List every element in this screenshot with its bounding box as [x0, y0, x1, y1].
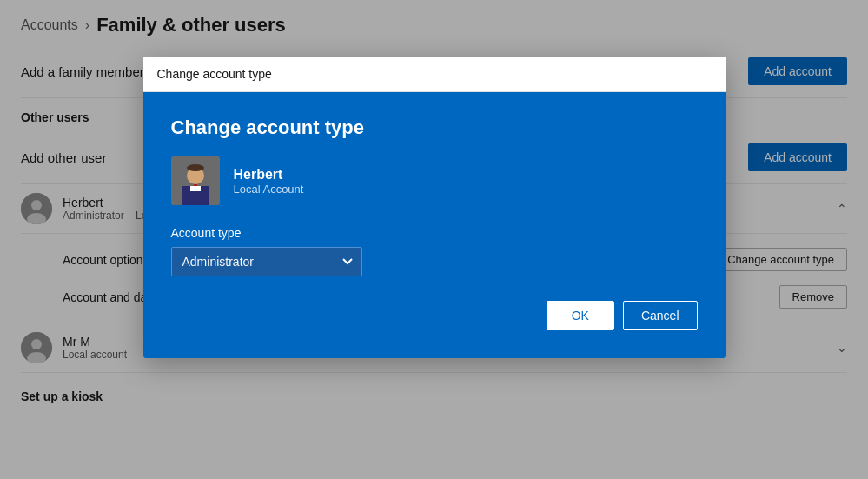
dialog-footer: OK Cancel — [171, 301, 698, 330]
dialog-user-info: Herbert Local Account — [171, 156, 698, 205]
account-type-select[interactable]: Administrator Standard User — [171, 247, 362, 276]
svg-point-11 — [187, 164, 204, 171]
account-type-label: Account type — [171, 226, 698, 240]
dialog-avatar — [171, 156, 220, 205]
dialog-user-type: Local Account — [234, 183, 304, 196]
dialog-body: Change account type — [143, 92, 726, 358]
cancel-button[interactable]: Cancel — [623, 301, 698, 330]
change-account-type-dialog: Change account type Change account type — [143, 57, 726, 358]
ok-button[interactable]: OK — [547, 301, 614, 330]
dialog-user-name: Herbert — [234, 167, 304, 183]
svg-rect-9 — [190, 186, 201, 191]
dialog-titlebar-text: Change account type — [157, 67, 272, 81]
dialog-overlay: Change account type Change account type — [0, 0, 868, 479]
account-type-select-wrapper: Administrator Standard User — [171, 247, 362, 276]
dialog-title: Change account type — [171, 116, 698, 139]
dialog-titlebar: Change account type — [143, 57, 726, 92]
